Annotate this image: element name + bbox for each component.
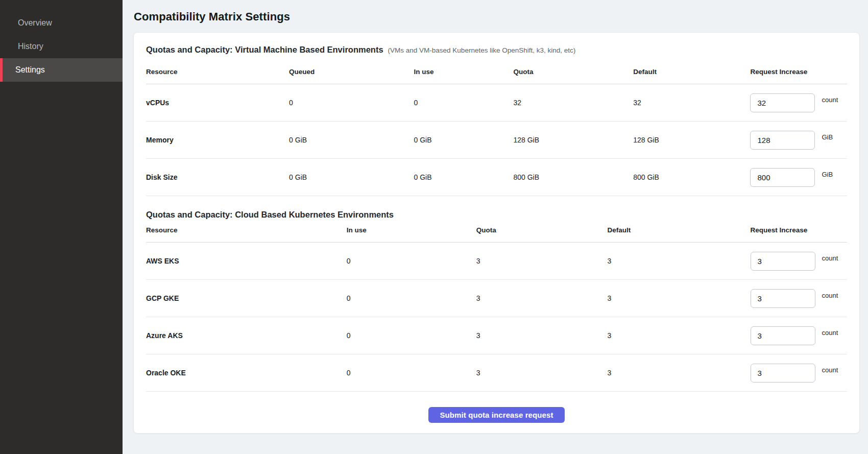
request-increase-cell: count: [751, 289, 848, 308]
quota-value: 3: [476, 280, 608, 317]
in-use-value: 0: [347, 280, 476, 317]
resource-name: Azure AKS: [146, 317, 347, 354]
table-row: Memory 0 GiB 0 GiB 128 GiB 128 GiB GiB: [146, 122, 847, 159]
sidebar: Overview History Settings: [0, 0, 123, 454]
quota-value: 3: [476, 243, 608, 280]
vm-col-queued: Queued: [289, 55, 414, 84]
request-increase-cell: count: [751, 364, 848, 383]
request-increase-input[interactable]: [750, 93, 815, 112]
queued-value: 0 GiB: [289, 122, 414, 159]
quota-value: 800 GiB: [513, 159, 633, 196]
quota-value: 3: [476, 354, 608, 392]
vm-col-quota: Quota: [513, 55, 633, 84]
default-value: 3: [607, 280, 750, 317]
request-increase-cell: GiB: [750, 168, 847, 187]
unit-label: count: [822, 366, 838, 374]
queued-value: 0: [289, 84, 414, 122]
vm-quota-table: Resource Queued In use Quota Default Req…: [146, 55, 847, 196]
table-row: Disk Size 0 GiB 0 GiB 800 GiB 800 GiB Gi…: [146, 159, 847, 196]
cloud-table-header-row: Resource In use Quota Default Request In…: [146, 220, 847, 243]
quota-value: 3: [476, 317, 608, 354]
default-value: 800 GiB: [633, 159, 750, 196]
unit-label: GiB: [822, 133, 833, 141]
cloud-section-title: Quotas and Capacity: Cloud Based Kuberne…: [146, 210, 394, 220]
unit-label: count: [822, 292, 838, 299]
vm-section-heading: Quotas and Capacity: Virtual Machine Bas…: [146, 45, 847, 55]
vm-table-header-row: Resource Queued In use Quota Default Req…: [146, 55, 847, 84]
quota-value: 128 GiB: [513, 122, 633, 159]
cloud-quota-table: Resource In use Quota Default Request In…: [146, 220, 847, 392]
cloud-col-resource: Resource: [146, 220, 347, 243]
vm-col-in-use: In use: [414, 55, 513, 84]
sidebar-item-history[interactable]: History: [0, 35, 123, 58]
request-increase-input[interactable]: [751, 364, 815, 383]
cloud-col-quota: Quota: [476, 220, 608, 243]
default-value: 3: [607, 243, 750, 280]
request-increase-input[interactable]: [750, 168, 815, 187]
in-use-value: 0: [414, 84, 513, 122]
submit-row: Submit quota increase request: [146, 407, 847, 423]
default-value: 3: [607, 354, 750, 392]
vm-section-title: Quotas and Capacity: Virtual Machine Bas…: [146, 45, 383, 55]
cloud-col-request-increase: Request Increase: [751, 220, 848, 243]
unit-label: count: [822, 329, 838, 337]
table-row: Azure AKS 0 3 3 count: [146, 317, 847, 354]
vm-col-request-increase: Request Increase: [750, 55, 847, 84]
table-row: GCP GKE 0 3 3 count: [146, 280, 847, 317]
unit-label: count: [822, 254, 838, 262]
in-use-value: 0: [347, 243, 476, 280]
cloud-col-default: Default: [607, 220, 750, 243]
resource-name: GCP GKE: [146, 280, 347, 317]
vm-col-default: Default: [633, 55, 750, 84]
default-value: 32: [633, 84, 750, 122]
request-increase-cell: count: [751, 326, 848, 345]
resource-name: AWS EKS: [146, 243, 347, 280]
in-use-value: 0: [347, 354, 476, 392]
resource-name: Disk Size: [146, 159, 289, 196]
page-title: Compatibility Matrix Settings: [134, 10, 860, 23]
table-row: vCPUs 0 0 32 32 count: [146, 84, 847, 122]
sidebar-item-overview[interactable]: Overview: [0, 11, 123, 35]
request-increase-cell: count: [750, 93, 847, 112]
unit-label: count: [822, 96, 838, 104]
default-value: 128 GiB: [633, 122, 750, 159]
main-content: Compatibility Matrix Settings Quotas and…: [123, 0, 868, 454]
table-row: Oracle OKE 0 3 3 count: [146, 354, 847, 392]
resource-name: Memory: [146, 122, 289, 159]
resource-name: vCPUs: [146, 84, 289, 122]
table-row: AWS EKS 0 3 3 count: [146, 243, 847, 280]
resource-name: Oracle OKE: [146, 354, 347, 392]
request-increase-input[interactable]: [751, 252, 815, 271]
request-increase-input[interactable]: [751, 289, 815, 308]
quota-value: 32: [513, 84, 633, 122]
in-use-value: 0 GiB: [414, 122, 513, 159]
unit-label: GiB: [822, 171, 833, 178]
vm-section-subheading: (VMs and VM-based Kubernetes like OpenSh…: [388, 46, 576, 54]
cloud-section-heading: Quotas and Capacity: Cloud Based Kuberne…: [146, 210, 847, 220]
vm-col-resource: Resource: [146, 55, 289, 84]
request-increase-cell: count: [751, 252, 848, 271]
submit-quota-increase-button[interactable]: Submit quota increase request: [428, 407, 564, 423]
quota-settings-card: Quotas and Capacity: Virtual Machine Bas…: [133, 32, 860, 434]
request-increase-cell: GiB: [750, 131, 847, 150]
queued-value: 0 GiB: [289, 159, 414, 196]
cloud-col-in-use: In use: [347, 220, 476, 243]
in-use-value: 0: [347, 317, 476, 354]
default-value: 3: [607, 317, 750, 354]
request-increase-input[interactable]: [750, 131, 815, 150]
sidebar-nav: Overview History Settings: [0, 11, 123, 82]
sidebar-item-settings[interactable]: Settings: [0, 58, 123, 82]
in-use-value: 0 GiB: [414, 159, 513, 196]
request-increase-input[interactable]: [751, 326, 815, 345]
